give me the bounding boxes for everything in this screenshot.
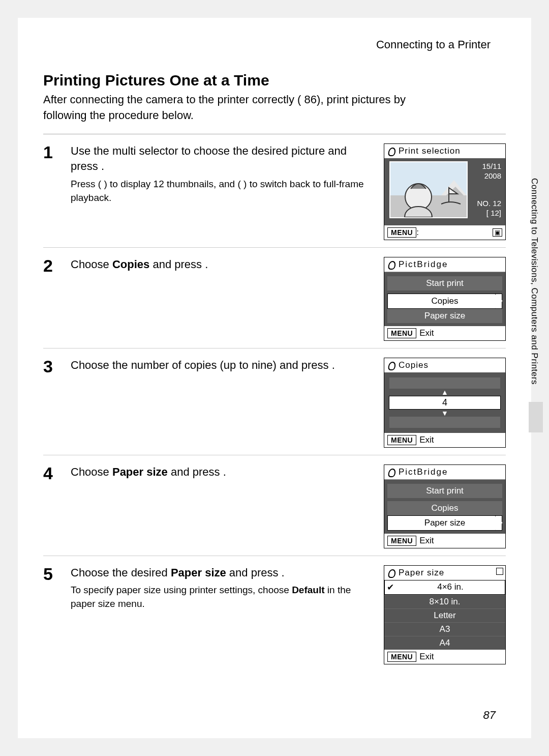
step-head-text: Choose the number of copies (up to nine)… <box>71 359 332 371</box>
step-note: To specify paper size using printer sett… <box>71 584 365 610</box>
paper-size-option: Letter <box>384 608 505 622</box>
step-heading: Use the multi selector to choose the des… <box>71 143 365 175</box>
screen-print-selection: Print selection <box>384 143 506 240</box>
arrow-down-icon: ▼ <box>441 410 448 417</box>
paper-size-option-selected: ✔ 4×6 in. <box>384 580 505 595</box>
pictbridge-icon <box>387 569 395 577</box>
preview-meta: 15/11 2008 NO. 12 [ 12] <box>477 161 501 218</box>
menu-colon: : <box>416 227 419 237</box>
paper-size-label: 4×6 in. <box>396 582 505 592</box>
step-head-text: . <box>101 160 104 172</box>
menu-badge: MENU <box>387 536 416 546</box>
menu-badge: MENU <box>387 328 416 338</box>
step-head-text: . <box>282 566 285 579</box>
exit-label: Exit <box>419 328 434 338</box>
step-number: 3 <box>43 358 60 448</box>
screen-title: Paper size <box>384 566 505 580</box>
running-head: Connecting to a Printer <box>43 38 506 51</box>
check-icon: ✔ <box>385 582 396 593</box>
step-head-text: Use the multi selector to choose the des… <box>71 144 347 173</box>
exit-label: Exit <box>419 652 434 662</box>
spinner-value: 4 <box>389 396 501 410</box>
step-head-bold: Paper size <box>112 466 168 478</box>
step-number: 2 <box>43 257 60 341</box>
step-number: 5 <box>43 565 60 664</box>
screen-pictbridge-copies: PictBridge Start print Copies Paper size… <box>384 257 506 341</box>
menu-option-start-print: Start print <box>387 276 502 290</box>
step-head-text: Choose <box>71 258 112 271</box>
step-heading: Choose Paper size and press . <box>71 464 365 480</box>
exit-label: Exit <box>419 536 434 546</box>
page-number: 87 <box>483 709 496 722</box>
screen-title-label: Print selection <box>399 146 461 156</box>
step-head-bold: Paper size <box>171 566 226 579</box>
screen-copies-spinner: Copies ▲ 4 ▼ MENU Exit <box>384 358 506 448</box>
step-head-text: . <box>205 258 208 271</box>
paper-size-option: A4 <box>384 636 505 650</box>
page-ref: 86 <box>304 93 317 106</box>
screen-footer: MENU Exit <box>384 650 505 664</box>
step-head-text: and press <box>226 566 282 579</box>
screen-pictbridge-papersize: PictBridge Start print Copies Paper size… <box>384 464 506 548</box>
side-chapter-tab: Connecting to Televisions, Computers and… <box>526 178 543 432</box>
arrow-up-icon: ▲ <box>441 389 448 396</box>
step-note-text: ( ) to display 12 thumbnails, and <box>98 179 238 189</box>
screen-title-label: PictBridge <box>399 259 448 270</box>
screen-title: Print selection <box>384 144 505 158</box>
screen-paper-size-list: Paper size ✔ 4×6 in. 8×10 in. Letter A3 … <box>384 565 506 664</box>
menu-option-start-print: Start print <box>387 484 502 498</box>
screen-footer: MENU Exit <box>384 326 505 340</box>
pictbridge-icon <box>387 361 395 369</box>
step-head-bold: Copies <box>112 258 149 271</box>
screen-title-label: Copies <box>399 360 429 370</box>
spinner: ▲ 4 ▼ <box>384 372 505 433</box>
screen-title-label: Paper size <box>399 568 444 578</box>
spinner-bar <box>389 377 500 389</box>
side-tab-label: Connecting to Televisions, Computers and… <box>529 178 539 385</box>
menu-list: Start print Copies Paper size <box>384 479 505 534</box>
step-heading: Choose the desired Paper size and press … <box>71 565 365 581</box>
step-head-text: . <box>223 466 226 478</box>
step-2: 2 Choose Copies and press . PictBridge S… <box>43 248 506 348</box>
pictbridge-icon <box>387 468 395 476</box>
step-head-text: and press <box>168 466 223 478</box>
screen-title: Copies <box>384 358 505 372</box>
paper-size-options: ✔ 4×6 in. 8×10 in. Letter A3 A4 <box>384 580 505 650</box>
step-note-text: Press <box>71 179 98 189</box>
screen-footer: MENU: ▣ <box>384 225 505 240</box>
pictbridge-icon <box>387 147 395 155</box>
step-head-text: and press <box>149 258 205 271</box>
spinner-bar <box>389 417 500 428</box>
menu-badge: MENU <box>387 227 416 238</box>
step-note-bold: Default <box>292 585 324 595</box>
step-4: 4 Choose Paper size and press . PictBrid… <box>43 455 506 556</box>
menu-option-paper-size-selected: Paper size <box>387 515 502 531</box>
side-tab-marker <box>529 402 543 432</box>
menu-option-copies: Copies <box>387 501 502 515</box>
step-1: 1 Use the multi selector to choose the d… <box>43 134 506 248</box>
menu-list: Start print Copies Paper size <box>384 272 505 326</box>
paper-size-option: 8×10 in. <box>384 595 505 608</box>
step-3: 3 Choose the number of copies (up to nin… <box>43 348 506 455</box>
menu-option-copies-selected: Copies <box>387 294 502 309</box>
step-number: 4 <box>43 464 60 548</box>
step-head-text: Choose the desired <box>71 566 171 579</box>
menu-badge: MENU <box>387 435 416 445</box>
screen-title: PictBridge <box>384 465 505 479</box>
menu-badge: MENU <box>387 652 416 662</box>
ok-icon: ▣ <box>493 228 502 237</box>
preview-date: 15/11 <box>477 161 501 171</box>
exit-label: Exit <box>419 435 434 445</box>
steps-list: 1 Use the multi selector to choose the d… <box>43 134 506 672</box>
screen-body: 15/11 2008 NO. 12 [ 12] <box>384 158 505 225</box>
manual-page: Connecting to a Printer Printing Picture… <box>18 18 531 738</box>
screen-footer: MENU Exit <box>384 433 505 447</box>
preview-image <box>389 161 468 218</box>
step-head-text: Choose <box>71 466 112 478</box>
step-heading: Choose the number of copies (up to nine)… <box>71 358 365 373</box>
step-note: Press ( ) to display 12 thumbnails, and … <box>71 178 365 205</box>
step-number: 1 <box>43 143 60 240</box>
step-head-text: . <box>332 359 335 371</box>
preview-count: [ 12] <box>477 208 501 218</box>
intro-paragraph: After connecting the camera to the print… <box>43 92 430 124</box>
